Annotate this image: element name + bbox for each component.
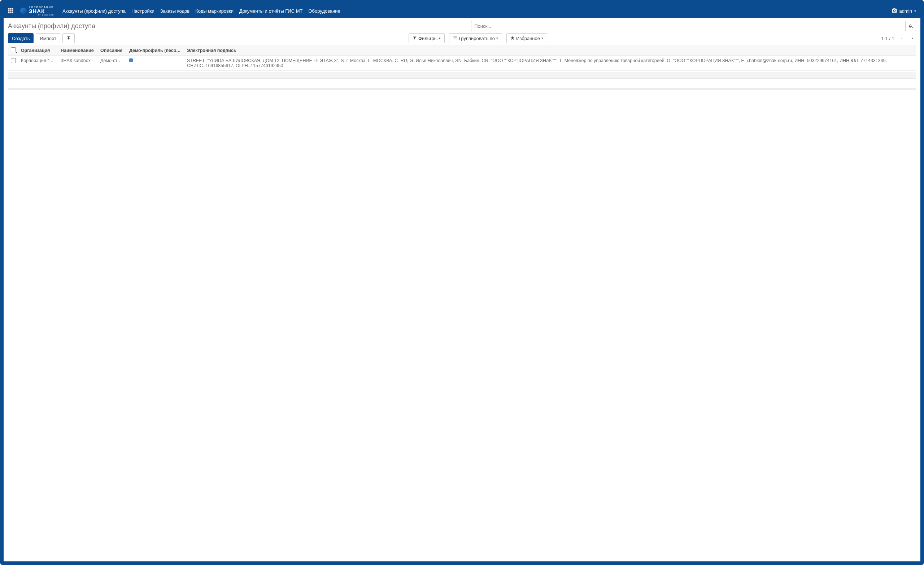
svg-rect-4 [10,10,12,12]
table-wrap: Организация Наименование Описание Демо-п… [4,45,920,90]
nav-item-settings[interactable]: Настройки [131,8,154,14]
cell-demo [126,56,184,71]
svg-rect-3 [8,10,10,12]
navbar: КОРПОРАЦИЯ ЗНАК IT-решения Аккаунты (про… [4,4,920,18]
pager-next[interactable] [909,34,916,42]
search-wrap [471,21,916,31]
svg-rect-8 [12,12,14,14]
brand-badge-icon [20,7,27,14]
row-checkbox[interactable] [11,58,16,63]
filters-label: Фильтры [418,36,438,41]
favorites-button[interactable]: Избранное ▾ [506,33,547,43]
col-demo[interactable]: Демо-профиль (песочница... [126,45,184,56]
group-by-label: Группировать по [459,36,495,41]
download-icon [66,36,71,41]
group-by-button[interactable]: Группировать по ▾ [449,33,502,43]
favorites-label: Избранное [516,36,540,41]
table-header-row: Организация Наименование Описание Демо-п… [8,45,916,56]
table-footer-bands [8,72,916,90]
filters-button[interactable]: Фильтры ▾ [409,33,445,43]
user-menu[interactable]: admin ▾ [891,7,916,14]
select-all-checkbox[interactable] [11,47,16,52]
pager: 1-1 / 1 [881,34,916,42]
search-input[interactable] [471,21,916,31]
nav-item-gismt-docs[interactable]: Документы и отчёты ГИС МТ [239,8,303,14]
camera-icon [891,7,897,14]
nav-item-accounts[interactable]: Аккаунты (профили) доступа [63,8,126,14]
star-icon [510,36,515,41]
svg-rect-6 [8,12,10,14]
col-name[interactable]: Наименование [58,45,98,56]
list-icon [453,36,457,41]
nav-item-equipment[interactable]: Оборудование [308,8,340,14]
svg-rect-2 [12,8,14,10]
user-name: admin [900,8,912,14]
svg-rect-0 [8,8,10,10]
filter-icon [412,36,417,41]
brand-small: КОРПОРАЦИЯ [29,6,54,8]
brand-logo[interactable]: КОРПОРАЦИЯ ЗНАК IT-решения [20,6,54,16]
create-button-label: Создать [12,36,30,41]
chevron-down-icon: ▾ [914,9,916,13]
col-org[interactable]: Организация [18,45,58,56]
pager-prev[interactable] [898,34,905,42]
pager-range: 1-1 / 1 [881,36,894,41]
svg-rect-7 [10,12,12,14]
col-sig[interactable]: Электронная подпись [184,45,916,56]
list-table: Организация Наименование Описание Демо-п… [8,45,916,71]
cell-org: Корпорация "Зн... [18,56,58,71]
cell-name: ЗНАК sandbox [58,56,98,71]
create-button[interactable]: Создать [8,33,34,43]
chevron-down-icon: ▾ [542,36,543,40]
nav-item-marking-codes[interactable]: Коды маркировки [195,8,234,14]
brand-sub: IT-решения [29,14,54,16]
control-bar: Аккаунты (профили) доступа Создать Импор… [4,18,920,45]
nav-items: Аккаунты (профили) доступа Настройки Зак… [63,8,891,14]
nav-item-code-orders[interactable]: Заказы кодов [160,8,190,14]
brand-main: ЗНАК [29,8,54,14]
cell-sig: STREET="УЛИЦА БАШИЛОВСКАЯ, ДОМ 12, ПОМЕЩ… [184,56,916,71]
svg-rect-5 [12,10,14,12]
demo-checked-icon [129,58,133,62]
page-title: Аккаунты (профили) доступа [8,22,95,30]
chevron-down-icon: ▾ [496,36,498,40]
download-button[interactable] [63,33,75,43]
cell-desc: Демо-стенд [98,56,126,71]
import-button[interactable]: Импорт [36,33,60,43]
chevron-down-icon: ▾ [439,36,441,40]
svg-rect-1 [10,8,12,10]
search-icon[interactable] [905,21,916,31]
table-row[interactable]: Корпорация "Зн... ЗНАК sandbox Демо-стен… [8,56,916,71]
col-desc[interactable]: Описание [98,45,126,56]
apps-icon[interactable] [8,8,14,14]
import-button-label: Импорт [40,36,56,41]
